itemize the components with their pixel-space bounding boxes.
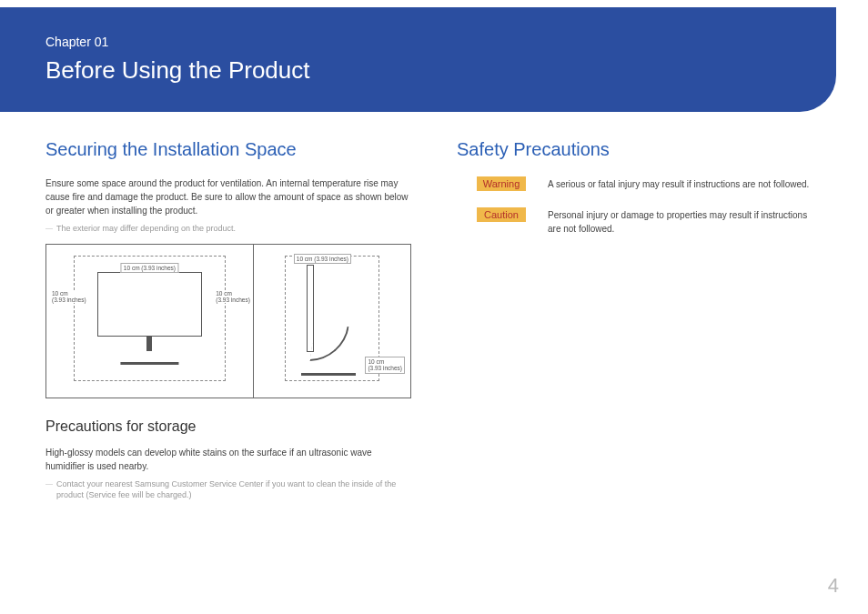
monitor-side-icon	[299, 265, 365, 377]
page-number: 4	[828, 574, 839, 598]
dim-label-left: 10 cm(3.93 inches)	[52, 290, 86, 303]
section-heading-safety: Safety Precautions	[457, 139, 823, 160]
installation-intro-text: Ensure some space around the product for…	[45, 176, 411, 217]
caution-badge: Caution	[477, 207, 526, 222]
diagram-side-view: 10 cm (3.93 inches) 10 cm(3.93 inches)	[254, 245, 410, 398]
storage-footnote: Contact your nearest Samsung Customer Se…	[45, 478, 411, 501]
monitor-front-icon	[97, 272, 202, 365]
dim-label-side-right: 10 cm(3.93 inches)	[365, 357, 405, 373]
chapter-title: Before Using the Product	[45, 56, 791, 85]
content-area: Securing the Installation Space Ensure s…	[0, 112, 868, 510]
left-column: Securing the Installation Space Ensure s…	[45, 139, 411, 510]
installation-footnote: The exterior may differ depending on the…	[45, 223, 411, 235]
warning-text: A serious or fatal injury may result if …	[548, 176, 809, 191]
subsection-heading-storage: Precautions for storage	[45, 418, 411, 435]
dim-label-top: 10 cm (3.93 inches)	[121, 263, 178, 273]
clearance-diagram: 10 cm (3.93 inches) 10 cm(3.93 inches) 1…	[45, 244, 411, 398]
dim-label-side-top: 10 cm (3.93 inches)	[294, 254, 351, 264]
diagram-front-view: 10 cm (3.93 inches) 10 cm(3.93 inches) 1…	[46, 245, 254, 398]
storage-body-text: High-glossy models can develop white sta…	[45, 446, 411, 473]
chapter-header: Chapter 01 Before Using the Product	[0, 7, 836, 112]
caution-row: Caution Personal injury or damage to pro…	[457, 207, 823, 236]
chapter-label: Chapter 01	[45, 35, 791, 49]
section-heading-installation: Securing the Installation Space	[45, 139, 411, 160]
dim-label-right: 10 cm(3.93 inches)	[216, 290, 250, 303]
warning-row: Warning A serious or fatal injury may re…	[457, 176, 823, 191]
warning-badge: Warning	[477, 176, 526, 191]
caution-text: Personal injury or damage to properties …	[548, 207, 823, 236]
right-column: Safety Precautions Warning A serious or …	[457, 139, 823, 510]
